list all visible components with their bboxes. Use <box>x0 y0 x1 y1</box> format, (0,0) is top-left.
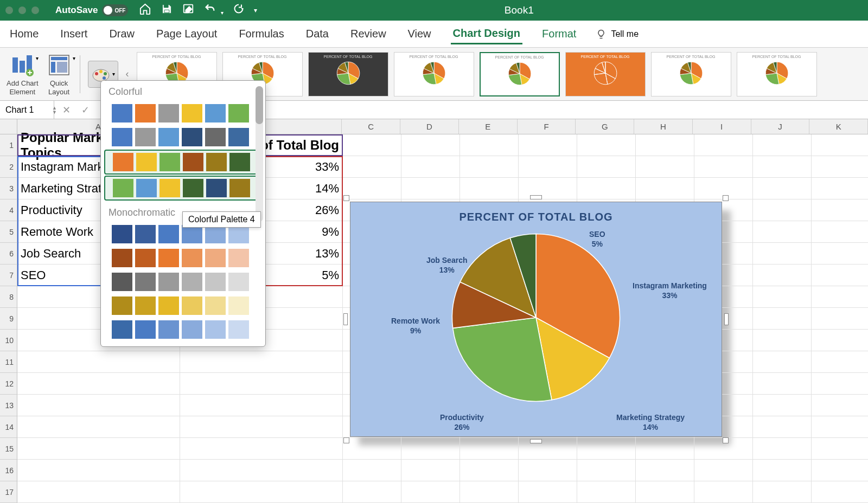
row-header-5[interactable]: 5 <box>0 221 17 243</box>
row-header-13[interactable]: 13 <box>0 395 17 416</box>
cell-B12[interactable] <box>180 373 343 395</box>
row-header-7[interactable]: 7 <box>0 265 17 286</box>
cell-G17[interactable] <box>577 481 636 503</box>
chart-style-thumb-7[interactable]: PERCENT OF TOTAL BLOG <box>651 52 731 96</box>
row-header-1[interactable]: 1 <box>0 134 17 156</box>
resize-handle-e[interactable] <box>724 313 729 325</box>
cell-B16[interactable] <box>180 460 343 481</box>
cell-F1[interactable] <box>519 134 577 156</box>
cell-I17[interactable] <box>694 481 753 503</box>
tab-insert[interactable]: Insert <box>58 24 90 43</box>
cell-B13[interactable] <box>180 395 343 416</box>
chart-style-thumb-8[interactable]: PERCENT OF TOTAL BLOG <box>737 52 817 96</box>
pie-chart[interactable] <box>444 225 628 410</box>
cell-C16[interactable] <box>343 460 401 481</box>
namebox-down[interactable]: ▼ <box>52 110 57 114</box>
cell-K8[interactable] <box>812 286 868 308</box>
cell-K10[interactable] <box>812 330 868 351</box>
data-label-remote[interactable]: Remote Work9% <box>391 316 440 336</box>
chart-style-thumb-4[interactable]: PERCENT OF TOTAL BLOG <box>394 52 474 96</box>
row-header-9[interactable]: 9 <box>0 308 17 330</box>
cell-J10[interactable] <box>753 330 812 351</box>
tab-review[interactable]: Review <box>348 24 388 43</box>
cell-K11[interactable] <box>812 351 868 373</box>
close-window[interactable] <box>5 7 13 14</box>
cell-H2[interactable] <box>636 156 694 178</box>
row-header-8[interactable]: 8 <box>0 286 17 308</box>
cell-J15[interactable] <box>753 438 812 460</box>
tab-draw[interactable]: Draw <box>107 24 137 43</box>
chart-title[interactable]: PERCENT OF TOTAL BLOG <box>350 202 722 223</box>
cell-H17[interactable] <box>636 481 694 503</box>
data-label-instagram[interactable]: Instagram Marketing33% <box>633 281 707 300</box>
resize-handle-w[interactable] <box>343 313 348 325</box>
cell-G1[interactable] <box>577 134 636 156</box>
tab-chart-design[interactable]: Chart Design <box>451 24 522 44</box>
maximize-window[interactable] <box>31 7 39 14</box>
tab-formulas[interactable]: Formulas <box>237 24 286 43</box>
cell-I2[interactable] <box>694 156 753 178</box>
col-header-E[interactable]: E <box>459 119 518 134</box>
cell-K12[interactable] <box>812 373 868 395</box>
cell-J3[interactable] <box>753 178 812 199</box>
gallery-prev-icon[interactable]: ‹ <box>126 68 129 80</box>
cell-K13[interactable] <box>812 395 868 416</box>
cell-F17[interactable] <box>519 481 577 503</box>
cell-K5[interactable] <box>812 221 868 243</box>
cell-C1[interactable] <box>343 134 401 156</box>
cell-D16[interactable] <box>401 460 460 481</box>
row-header-15[interactable]: 15 <box>0 438 17 460</box>
cell-J16[interactable] <box>753 460 812 481</box>
cell-E2[interactable] <box>460 156 519 178</box>
row-header-17[interactable]: 17 <box>0 481 17 503</box>
cell-D1[interactable] <box>401 134 460 156</box>
cell-D2[interactable] <box>401 156 460 178</box>
cell-E16[interactable] <box>460 460 519 481</box>
resize-handle-sw[interactable] <box>343 437 349 443</box>
home-icon[interactable] <box>139 3 151 18</box>
palette-scrollbar[interactable] <box>256 86 263 222</box>
cell-J1[interactable] <box>753 134 812 156</box>
cell-K6[interactable] <box>812 243 868 265</box>
row-header-16[interactable]: 16 <box>0 460 17 481</box>
cell-K3[interactable] <box>812 178 868 199</box>
palette-row[interactable] <box>104 102 262 125</box>
tab-format[interactable]: Format <box>540 24 578 43</box>
palette-row[interactable] <box>104 318 262 341</box>
cell-C17[interactable] <box>343 481 401 503</box>
palette-row[interactable] <box>104 270 262 293</box>
tab-home[interactable]: Home <box>8 24 41 43</box>
cell-F2[interactable] <box>519 156 577 178</box>
cell-E17[interactable] <box>460 481 519 503</box>
cell-J7[interactable] <box>753 265 812 286</box>
cell-I1[interactable] <box>694 134 753 156</box>
data-label-job[interactable]: Job Search13% <box>426 255 467 275</box>
cell-J4[interactable] <box>753 199 812 221</box>
cell-K9[interactable] <box>812 308 868 330</box>
cell-A16[interactable] <box>17 460 180 481</box>
cell-D17[interactable] <box>401 481 460 503</box>
data-label-strategy[interactable]: Marketing Strategy14% <box>616 412 685 432</box>
cell-H1[interactable] <box>636 134 694 156</box>
cell-A17[interactable] <box>17 481 180 503</box>
confirm-formula-icon[interactable]: ✓ <box>81 104 90 116</box>
cell-J9[interactable] <box>753 308 812 330</box>
minimize-window[interactable] <box>18 7 26 14</box>
row-header-11[interactable]: 11 <box>0 351 17 373</box>
cell-K17[interactable] <box>812 481 868 503</box>
cell-K16[interactable] <box>812 460 868 481</box>
cell-B11[interactable] <box>180 351 343 373</box>
cell-K1[interactable] <box>812 134 868 156</box>
chart-style-thumb-6[interactable]: PERCENT OF TOTAL BLOG <box>565 52 646 96</box>
resize-handle-nw[interactable] <box>343 195 349 201</box>
cell-K15[interactable] <box>812 438 868 460</box>
cell-J8[interactable] <box>753 286 812 308</box>
data-label-prod[interactable]: Productivity26% <box>440 412 484 432</box>
palette-row[interactable] <box>104 294 262 317</box>
cell-I16[interactable] <box>694 460 753 481</box>
cell-J12[interactable] <box>753 373 812 395</box>
col-header-I[interactable]: I <box>693 119 751 134</box>
quick-layout-button[interactable]: ▾ Quick Layout <box>46 52 72 96</box>
cell-K7[interactable] <box>812 265 868 286</box>
col-header-J[interactable]: J <box>751 119 810 134</box>
